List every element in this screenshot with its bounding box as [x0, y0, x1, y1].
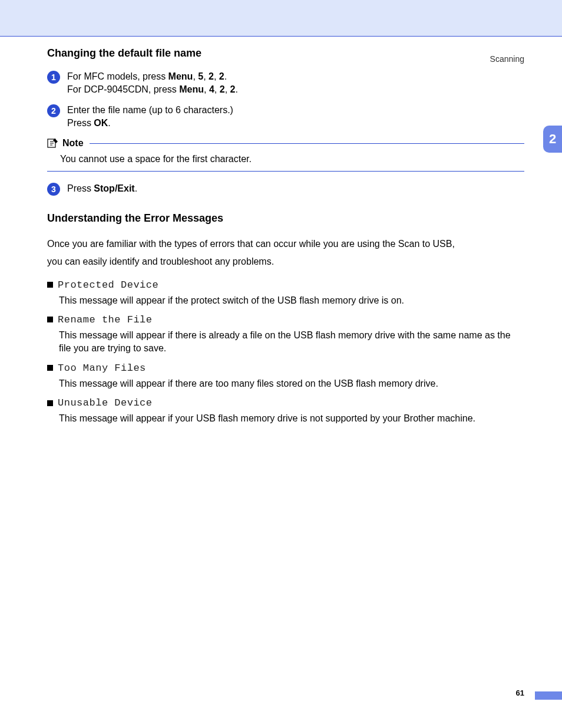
note-rule [90, 143, 524, 144]
text: Enter the file name (up to 6 characters.… [67, 104, 524, 117]
error-description: This message will appear if there are to… [59, 377, 524, 390]
error-item: Rename the FileThis message will appear … [47, 314, 524, 355]
step-badge-icon: 2 [47, 104, 60, 117]
error-title: Unusable Device [58, 397, 153, 409]
chapter-tab: 2 [543, 126, 562, 153]
text: Once you are familiar with the types of … [47, 239, 455, 249]
square-bullet-icon [47, 282, 53, 288]
note-block: Note You cannot use a space for the firs… [47, 137, 524, 171]
text: . [235, 84, 237, 94]
step-3: 3 Press Stop/Exit. [47, 182, 524, 196]
error-description: This message will appear if the protect … [59, 294, 524, 307]
square-bullet-icon [47, 365, 53, 371]
square-bullet-icon [47, 400, 53, 406]
error-item: Unusable DeviceThis message will appear … [47, 397, 524, 425]
text: Press [67, 118, 94, 128]
note-header: Note [47, 137, 524, 149]
text-bold: Stop/Exit [94, 183, 134, 193]
text: . [135, 183, 137, 193]
page-number: 61 [516, 689, 524, 697]
text-bold: 2 [209, 71, 214, 81]
square-bullet-icon [47, 317, 53, 322]
heading-changing-default-file-name: Changing the default file name [47, 47, 524, 60]
error-description: This message will appear if there is alr… [59, 329, 524, 355]
text-bold: 4 [209, 84, 214, 94]
error-title: Protected Device [58, 279, 158, 291]
text-bold: Menu [168, 71, 193, 81]
text: For MFC models, press [67, 71, 168, 81]
text-bold: 2 [220, 84, 225, 94]
bottom-accent-bar [535, 691, 562, 700]
text: . [224, 71, 227, 81]
text-bold: 5 [198, 71, 203, 81]
content-area: Changing the default file name 1 For MFC… [47, 47, 524, 433]
error-title: Too Many Files [58, 363, 146, 374]
step-badge-icon: 1 [47, 71, 60, 84]
step-body: Press Stop/Exit. [67, 182, 524, 195]
error-message-list: Protected DeviceThis message will appear… [47, 279, 524, 426]
text-bold: 2 [219, 71, 224, 81]
note-rule [47, 171, 524, 172]
text: Press [67, 183, 94, 193]
step-body: For MFC models, press Menu, 5, 2, 2. For… [67, 70, 524, 95]
note-label: Note [62, 138, 84, 149]
text: For DCP-9045CDN, press [67, 84, 179, 94]
header-band [0, 0, 562, 37]
text: , [214, 71, 219, 81]
text: , [214, 84, 220, 94]
page-root: Scanning 2 Changing the default file nam… [0, 0, 562, 728]
text: , [225, 84, 230, 94]
text: , [203, 71, 209, 81]
intro-paragraph: Once you are familiar with the types of … [47, 235, 524, 271]
text: , [193, 71, 198, 81]
step-body: Enter the file name (up to 6 characters.… [67, 104, 524, 129]
step-1: 1 For MFC models, press Menu, 5, 2, 2. F… [47, 70, 524, 95]
text: . [108, 118, 110, 128]
note-pencil-icon [47, 137, 59, 149]
text: you can easily identify and troubleshoot… [47, 256, 274, 266]
text-bold: OK [94, 118, 108, 128]
step-2: 2 Enter the file name (up to 6 character… [47, 104, 524, 129]
error-item: Too Many FilesThis message will appear i… [47, 363, 524, 390]
note-body: You cannot use a space for the first cha… [60, 153, 524, 166]
error-item: Protected DeviceThis message will appear… [47, 279, 524, 307]
error-title: Rename the File [58, 314, 153, 325]
text-bold: Menu [179, 84, 204, 94]
step-badge-icon: 3 [47, 183, 60, 196]
error-description: This message will appear if your USB fla… [59, 412, 524, 425]
heading-understanding-error-messages: Understanding the Error Messages [47, 212, 524, 225]
text: , [204, 84, 209, 94]
